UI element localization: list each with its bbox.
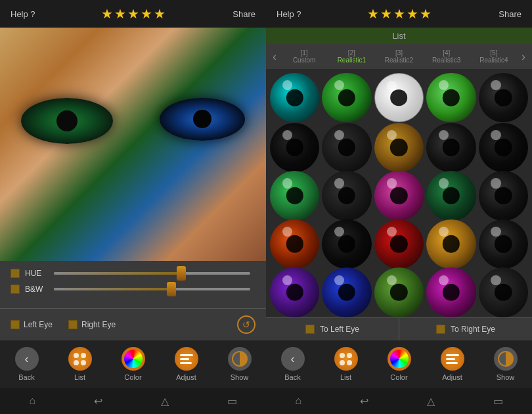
eye-option-blue[interactable] bbox=[322, 267, 371, 317]
right-adjust-toolbar-item[interactable]: Adjust bbox=[441, 347, 464, 381]
right-pupil bbox=[193, 110, 211, 128]
adjust-label: Adjust bbox=[176, 373, 196, 381]
eye-option-dark5[interactable] bbox=[479, 123, 528, 172]
to-left-eye-label: To Left Eye bbox=[320, 325, 359, 334]
right-eye-selector[interactable]: Right Eye bbox=[68, 320, 116, 329]
to-left-eye-icon bbox=[305, 325, 315, 334]
right-back-toolbar-item[interactable]: ‹ Back bbox=[281, 347, 305, 381]
right-nav-triangle-icon[interactable]: △ bbox=[427, 395, 435, 407]
show-label: Show bbox=[231, 373, 249, 381]
to-right-eye-icon bbox=[436, 325, 445, 334]
right-color-toolbar-item[interactable]: Color bbox=[388, 347, 411, 381]
eye-option-dark7[interactable] bbox=[479, 171, 528, 220]
back-toolbar-item[interactable]: ‹ Back bbox=[15, 347, 39, 381]
eye-option-dark8[interactable] bbox=[322, 219, 371, 269]
tab-realistic1[interactable]: [2] Realistic1 bbox=[328, 48, 375, 65]
right-back-label: Back bbox=[284, 373, 300, 381]
right-color-label: Color bbox=[390, 373, 407, 381]
color-label: Color bbox=[124, 373, 141, 381]
right-nav-square-icon[interactable]: ▭ bbox=[493, 395, 503, 407]
right-star-rating: ★★★★★ bbox=[367, 6, 433, 22]
hue-thumb[interactable] bbox=[177, 266, 186, 281]
right-show-toolbar-item[interactable]: Show bbox=[494, 347, 518, 381]
help-link[interactable]: Help ? bbox=[11, 9, 35, 19]
eye-option-dark4[interactable] bbox=[426, 123, 476, 172]
right-list-label: List bbox=[340, 373, 351, 381]
color-icon bbox=[122, 347, 145, 371]
back-label: Back bbox=[18, 373, 34, 381]
adjust-toolbar-item[interactable]: Adjust bbox=[175, 347, 198, 381]
eye-option-purple[interactable] bbox=[270, 267, 319, 317]
nav-home-icon[interactable]: ⌂ bbox=[29, 395, 35, 407]
hue-label: HUE bbox=[25, 269, 49, 278]
eye-option-dark10[interactable] bbox=[479, 267, 528, 317]
hue-track[interactable] bbox=[54, 272, 250, 275]
refresh-button[interactable]: ↺ bbox=[237, 315, 255, 334]
eye-option-magenta[interactable] bbox=[426, 267, 476, 317]
tab-realistic3[interactable]: [4] Realistic3 bbox=[423, 48, 470, 65]
left-bottom-nav: ⌂ ↩ △ ▭ bbox=[0, 388, 266, 414]
left-pupil bbox=[56, 110, 78, 131]
adjust-icon bbox=[175, 347, 198, 371]
right-eye-icon bbox=[68, 320, 78, 329]
share-button[interactable]: Share bbox=[233, 9, 255, 19]
left-eye-display bbox=[21, 98, 113, 144]
eye-option-red[interactable] bbox=[374, 219, 424, 269]
eye-option-amber[interactable] bbox=[374, 123, 424, 172]
eye-option-dragon[interactable] bbox=[374, 267, 424, 317]
right-panel: Help ? ★★★★★ Share List ‹ [1] Custom [2]… bbox=[266, 0, 532, 414]
bw-track[interactable] bbox=[54, 288, 250, 290]
right-share-button[interactable]: Share bbox=[499, 9, 521, 19]
right-show-icon bbox=[494, 347, 518, 371]
left-header: Help ? ★★★★★ Share bbox=[0, 0, 266, 28]
tab-custom[interactable]: [1] Custom bbox=[280, 48, 328, 65]
eye-option-dark3[interactable] bbox=[322, 123, 371, 172]
eye-option-fire[interactable] bbox=[270, 219, 319, 269]
bw-checkbox[interactable] bbox=[11, 285, 20, 294]
right-help-link[interactable]: Help ? bbox=[277, 9, 301, 19]
list-toolbar-item[interactable]: List bbox=[68, 347, 92, 381]
list-header: List bbox=[266, 28, 532, 44]
right-adjust-label: Adjust bbox=[442, 373, 462, 381]
right-list-toolbar-item[interactable]: List bbox=[334, 347, 358, 381]
to-left-eye-button[interactable]: To Left Eye bbox=[266, 318, 399, 340]
tab-next-arrow[interactable]: › bbox=[518, 50, 529, 64]
hue-checkbox[interactable] bbox=[11, 269, 20, 278]
right-toolbar: ‹ Back List Color bbox=[266, 340, 532, 388]
eye-option-dkgreen[interactable] bbox=[426, 171, 476, 220]
tab-prev-arrow[interactable]: ‹ bbox=[269, 50, 280, 64]
left-eye-icon bbox=[11, 320, 20, 329]
category-tabs: ‹ [1] Custom [2] Realistic1 [3] Realisti… bbox=[266, 44, 532, 69]
nav-triangle-icon[interactable]: △ bbox=[161, 395, 169, 407]
eye-option-dark9[interactable] bbox=[479, 219, 528, 269]
eye-option-dark2[interactable] bbox=[270, 123, 319, 172]
eye-option-white[interactable] bbox=[374, 73, 424, 122]
right-nav-back-icon[interactable]: ↩ bbox=[360, 395, 368, 407]
eye-option-dark6[interactable] bbox=[322, 171, 371, 220]
left-panel: Help ? ★★★★★ Share HUE B&W bbox=[0, 0, 266, 414]
right-adjust-icon bbox=[441, 347, 464, 371]
tab-realistic2[interactable]: [3] Realistic2 bbox=[375, 48, 422, 65]
left-eye-selector[interactable]: Left Eye bbox=[11, 320, 53, 329]
tab-realistic4[interactable]: [5] Realistic4 bbox=[470, 48, 518, 65]
color-toolbar-item[interactable]: Color bbox=[122, 347, 145, 381]
right-show-label: Show bbox=[497, 373, 515, 381]
star-rating: ★★★★★ bbox=[101, 6, 167, 22]
nav-back-icon[interactable]: ↩ bbox=[94, 395, 102, 407]
back-icon: ‹ bbox=[15, 347, 39, 371]
eye-option-gold[interactable] bbox=[426, 219, 476, 269]
eye-option-green[interactable] bbox=[322, 73, 371, 122]
eye-option-dark[interactable] bbox=[479, 73, 528, 122]
nav-square-icon[interactable]: ▭ bbox=[227, 395, 237, 407]
bw-thumb[interactable] bbox=[167, 282, 176, 296]
eye-option-green3[interactable] bbox=[270, 171, 319, 220]
eye-option-teal[interactable] bbox=[270, 73, 319, 122]
eye-image-area bbox=[0, 28, 266, 261]
bw-slider-row: B&W bbox=[11, 285, 255, 294]
eye-option-green2[interactable] bbox=[426, 73, 476, 122]
to-right-eye-button[interactable]: To Right Eye bbox=[399, 318, 532, 340]
eye-option-pink[interactable] bbox=[374, 171, 424, 220]
right-nav-home-icon[interactable]: ⌂ bbox=[295, 395, 301, 407]
show-toolbar-item[interactable]: Show bbox=[228, 347, 252, 381]
hue-slider-row: HUE bbox=[11, 269, 255, 278]
